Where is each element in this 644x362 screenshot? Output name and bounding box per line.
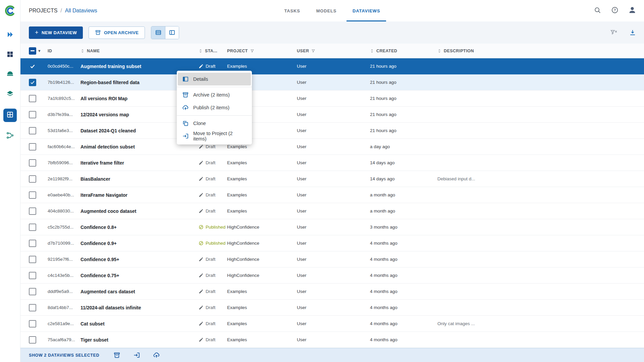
row-checkbox[interactable] [29,256,36,263]
table-row[interactable]: c4c143e5b... Confidence 0.75+ Draft High… [20,267,644,284]
row-checkbox[interactable] [29,159,36,167]
row-checkbox[interactable] [29,79,36,86]
cell-user: User [297,273,370,278]
table-row[interactable]: c2e581a9e... Cat subset Draft Examples U… [20,316,644,332]
column-header-user[interactable]: USER [297,49,370,53]
row-checkbox[interactable] [29,224,36,231]
cell-user: User [297,64,370,69]
table-row[interactable]: e0aebe40b... IteraFrame Navigator Draft … [20,187,644,203]
menu-item-clone[interactable]: Clone [178,117,251,130]
sidebar-item-datasets[interactable] [4,89,16,100]
table-view-button[interactable] [151,26,165,39]
tab-dataviews[interactable]: DATAVIEWS [352,0,381,21]
filter-icon[interactable] [311,49,315,53]
open-archive-button[interactable]: OPEN ARCHIVE [89,26,145,39]
menu-item-publish-2-items[interactable]: Publish (2 items) [178,101,251,114]
cell-user: User [297,160,370,165]
filter-icon[interactable] [250,49,254,53]
table-view-icon [155,29,162,36]
sidebar-item-projects[interactable] [4,49,16,61]
table-row[interactable]: dddf9e5a9... Augmented cars dataset Draf… [20,284,644,300]
breadcrumb-all-dataviews[interactable]: All Dataviews [65,8,97,14]
select-all-checkbox[interactable] [29,47,36,55]
row-checkbox[interactable] [29,304,36,311]
archive-button[interactable] [113,352,120,359]
cell-name: Tiger subset [80,337,199,343]
download-button[interactable] [629,28,637,37]
cell-user: User [297,144,370,149]
table-row[interactable]: fac60b6c4e... Animal detection subset Dr… [20,139,644,155]
row-checkbox[interactable] [29,336,36,344]
help-icon[interactable]: ? [610,6,619,15]
clear-filters-button[interactable] [610,28,618,37]
publish-button[interactable] [153,352,160,359]
move-to-project-button[interactable] [133,352,140,359]
column-header-created[interactable]: CREATED [370,49,437,53]
sidebar-item-getting-started[interactable] [4,29,16,41]
row-checkbox[interactable] [29,272,36,279]
view-toggle [151,26,179,39]
table-row[interactable]: c5c2b755d... Confidence 0.8+ Published H… [20,219,644,235]
table-row[interactable]: 7a1fc892c5... All versions ROI Map User … [20,90,644,107]
table-row[interactable]: 8daf14bb7... 11/2024-all datasets infini… [20,300,644,316]
selection-dropdown-caret[interactable]: ▾ [38,49,41,53]
menu-item-archive-2-items[interactable]: Archive (2 items) [178,88,251,101]
column-header-id[interactable]: ID [48,49,80,53]
app-logo[interactable] [0,0,20,21]
table-row[interactable]: 92195e7f6... Confidence 0.95+ Draft High… [20,251,644,267]
row-checkbox[interactable] [29,175,36,183]
selection-summary[interactable]: SHOW 2 DATAVIEWS SELECTED [29,353,99,358]
cell-project: Examples [227,144,297,149]
row-checkbox[interactable] [29,127,36,134]
table-row[interactable]: 53d1fa6e3... Dataset 2024-Q1 cleaned Use… [20,123,644,139]
table-row[interactable]: 7bfb59096... Iterative frame filter Draf… [20,155,644,171]
cell-project: HighConfidence [227,241,297,246]
cell-name: Augmented coco dataset [80,208,199,214]
row-checkbox[interactable] [29,320,36,327]
row-checkbox[interactable] [29,207,36,215]
new-dataview-button[interactable]: + NEW DATAVIEW [29,26,83,39]
row-checkbox[interactable] [29,288,36,295]
column-header-status[interactable]: STA... [199,49,227,53]
table-row[interactable]: 0c0cd450c... Augmented training subset D… [20,58,644,74]
tab-models[interactable]: MODELS [316,0,337,21]
published-icon [199,225,204,230]
cell-created: 14 days ago [370,176,437,181]
menu-item-move-to-project-2-items[interactable]: Move to Project (2 items) [178,130,251,142]
sidebar-item-pipelines[interactable] [4,130,16,142]
sidebar-item-dataviews[interactable] [3,109,17,122]
split-view-button[interactable] [165,26,179,39]
publish-icon [182,104,189,111]
clearml-logo-icon [4,4,16,17]
row-checkbox[interactable] [29,111,36,118]
column-header-name[interactable]: NAME [80,49,199,53]
draft-pencil-icon [199,337,204,342]
table-row[interactable]: 2e11982f9... BiasBalancer Draft Examples… [20,171,644,187]
row-checkbox[interactable] [29,95,36,102]
sidebar-item-workers[interactable] [4,69,16,80]
tab-tasks[interactable]: TASKS [284,0,301,21]
cell-status: Draft [199,273,227,278]
table-row[interactable]: d3b7fe39a... 12/2024 versions map User 2… [20,107,644,123]
cell-user: User [297,321,370,326]
column-header-description[interactable]: DESCRIPTION [437,49,644,53]
row-checkbox[interactable] [29,240,36,247]
cell-user: User [297,305,370,310]
menu-item-details[interactable]: Details [178,73,251,85]
status-label: Published [206,241,225,246]
user-avatar-icon[interactable] [628,6,637,15]
helmet-icon [6,70,14,79]
table-row[interactable]: 404c88030... Augmented coco dataset Draf… [20,203,644,219]
row-checkbox[interactable] [29,143,36,150]
sidebar-nav [3,29,17,142]
column-header-project[interactable]: PROJECT [227,49,297,53]
cell-name: Augmented cars dataset [80,289,199,294]
table-row[interactable]: 7b19b4126... Region-based filtered data … [20,74,644,90]
breadcrumb-projects[interactable]: PROJECTS [29,8,57,14]
row-checkbox[interactable] [29,63,36,70]
search-icon[interactable] [593,6,602,15]
table-row[interactable]: d7b710099... Confidence 0.9+ Published H… [20,235,644,251]
draft-pencil-icon [199,305,204,310]
table-row[interactable]: 75acaf6a79... Tiger subset Draft Example… [20,332,644,348]
row-checkbox[interactable] [29,191,36,199]
